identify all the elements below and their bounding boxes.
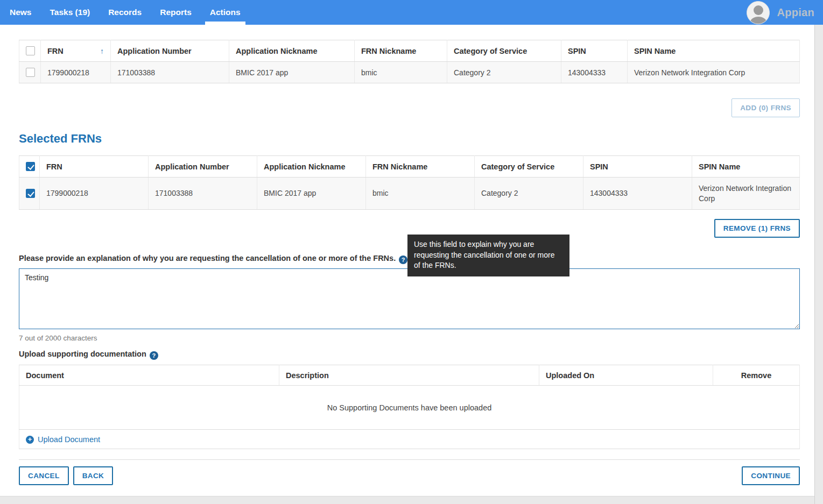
selected-frns-table: FRN Application Number Application Nickn… [19,155,800,210]
column-header-remove: Remove [713,365,800,386]
column-header-application-number[interactable]: Application Number [111,40,229,62]
documents-header-row: Document Description Uploaded On Remove [19,365,800,386]
cell-application-number: 171003388 [149,178,257,210]
table-row: 1799000218 171003388 BMIC 2017 app bmic … [19,62,800,83]
column-header-category-of-service[interactable]: Category of Service [447,40,561,62]
column-header-spin[interactable]: SPIN [561,40,628,62]
upload-documentation-label: Upload supporting documentation? [19,350,800,360]
selected-select-all-checkbox[interactable] [26,162,35,171]
column-header-uploaded-on: Uploaded On [539,365,713,386]
add-frns-button[interactable]: ADD (0) FRNS [731,98,800,117]
column-header-description: Description [279,365,539,386]
nav-tab-news[interactable]: News [10,0,32,25]
user-avatar[interactable] [747,1,770,24]
nav-tab-records[interactable]: Records [108,0,142,25]
nav-tab-reports[interactable]: Reports [160,0,192,25]
cell-spin-name: Verizon Network Integration Corp [628,62,800,83]
select-all-checkbox[interactable] [26,46,35,55]
continue-button[interactable]: CONTINUE [742,466,800,485]
cell-application-nickname: BMIC 2017 app [257,178,366,210]
available-frns-header-row: FRN ↑ Application Number Application Nic… [19,40,800,62]
available-frns-table: FRN ↑ Application Number Application Nic… [19,40,800,83]
selected-frns-header-row: FRN Application Number Application Nickn… [19,156,800,178]
cell-application-nickname: BMIC 2017 app [229,62,355,83]
cell-category-of-service: Category 2 [475,178,583,210]
explanation-textarea[interactable]: Testing [19,268,800,329]
upload-documentation-label-text: Upload supporting documentation [19,350,146,358]
column-header-frn: FRN [40,156,149,178]
cell-application-number: 171003388 [111,62,229,83]
avatar-person-icon-body [750,17,766,24]
character-counter: 7 out of 2000 characters [19,334,800,342]
cell-spin-name: Verizon Network Integration Corp [692,178,800,210]
appian-logo: Appian [777,6,814,19]
back-button[interactable]: BACK [73,466,114,485]
column-header-application-number: Application Number [149,156,257,178]
cell-spin: 143004333 [583,178,692,210]
row-checkbox[interactable] [26,189,35,198]
help-icon[interactable]: ? [399,255,407,264]
cell-frn: 1799000218 [40,178,149,210]
cell-frn: 1799000218 [41,62,111,83]
selected-frns-heading: Selected FRNs [19,132,800,146]
column-header-frn-nickname: FRN Nickname [366,156,475,178]
remove-frns-button[interactable]: REMOVE (1) FRNS [714,219,800,238]
navbar-right: Appian [747,0,814,25]
column-header-application-nickname[interactable]: Application Nickname [229,40,355,62]
page-bottom-edge [0,496,814,504]
column-header-spin-name: SPIN Name [692,156,800,178]
explanation-label-text: Please provide an explanation of why you… [19,254,396,262]
column-header-frn-nickname[interactable]: FRN Nickname [355,40,447,62]
cell-category-of-service: Category 2 [447,62,561,83]
cell-spin: 143004333 [561,62,628,83]
column-header-application-nickname: Application Nickname [257,156,366,178]
column-header-document: Document [19,365,279,386]
column-header-frn[interactable]: FRN ↑ [41,40,111,62]
column-header-frn-label: FRN [47,47,64,55]
upload-document-link-label: Upload Document [38,435,100,444]
cell-frn-nickname: bmic [355,62,447,83]
avatar-person-icon [754,5,763,15]
table-row: 1799000218 171003388 BMIC 2017 app bmic … [19,178,800,210]
column-header-spin: SPIN [583,156,692,178]
column-header-category-of-service: Category of Service [475,156,583,178]
empty-documents-message: No Supporting Documents have been upload… [19,386,800,430]
cancel-button[interactable]: CANCEL [19,466,69,485]
documents-table: Document Description Uploaded On Remove … [19,365,800,449]
column-header-spin-name[interactable]: SPIN Name [628,40,800,62]
sort-ascending-icon[interactable]: ↑ [100,47,104,55]
cell-frn-nickname: bmic [366,178,475,210]
top-navbar: News Tasks (19) Records Reports Actions … [0,0,823,25]
footer-actions: CANCEL BACK CONTINUE [19,460,800,485]
help-icon[interactable]: ? [150,351,158,360]
plus-circle-icon: + [26,436,34,444]
upload-document-link[interactable]: + Upload Document [26,435,100,444]
row-checkbox[interactable] [26,68,35,77]
help-tooltip: Use this field to explain why you are re… [407,235,569,276]
upload-document-row: + Upload Document [19,430,800,449]
nav-tab-actions[interactable]: Actions [210,0,241,25]
documents-empty-row: No Supporting Documents have been upload… [19,386,800,430]
nav-tab-tasks[interactable]: Tasks (19) [50,0,90,25]
vertical-scrollbar[interactable] [814,25,823,504]
